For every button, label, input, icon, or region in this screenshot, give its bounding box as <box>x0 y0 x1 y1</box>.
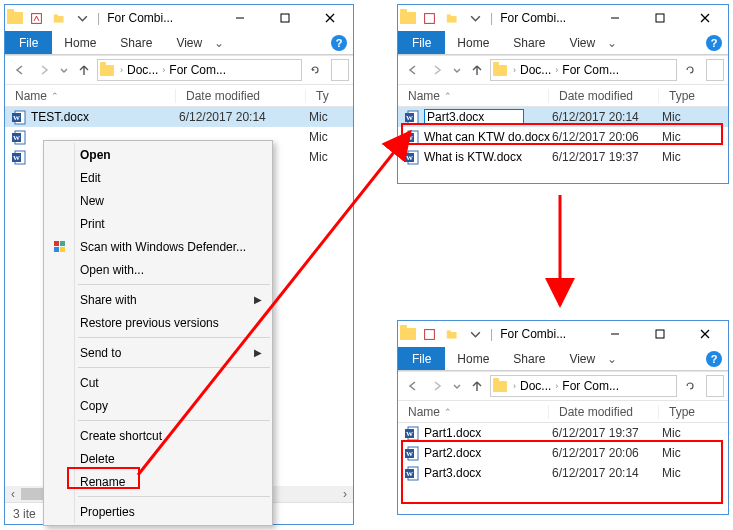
refresh-button[interactable] <box>304 59 326 81</box>
minimize-button[interactable] <box>219 5 261 31</box>
col-name[interactable]: Name⌃ <box>398 89 548 103</box>
tab-share[interactable]: Share <box>108 31 164 54</box>
scroll-right-icon[interactable]: › <box>337 486 353 502</box>
tab-view[interactable]: View <box>557 347 607 370</box>
col-type[interactable]: Type <box>658 405 728 419</box>
address-bar[interactable]: › Doc... › For Com... <box>490 375 677 397</box>
qat-dropdown-icon[interactable] <box>465 324 485 344</box>
file-row[interactable]: What can KTW do.docx 6/12/2017 20:06 Mic <box>398 127 728 147</box>
help-icon[interactable]: ? <box>706 35 722 51</box>
breadcrumb-seg[interactable]: Doc... <box>520 379 551 393</box>
qat-dropdown-icon[interactable] <box>465 8 485 28</box>
breadcrumb-seg[interactable]: Doc... <box>127 63 158 77</box>
forward-button[interactable] <box>33 59 55 81</box>
col-date[interactable]: Date modified <box>175 89 305 103</box>
address-bar[interactable]: › Doc... › For Com... <box>97 59 302 81</box>
tab-home[interactable]: Home <box>52 31 108 54</box>
tab-home[interactable]: Home <box>445 347 501 370</box>
ctx-print[interactable]: Print <box>44 212 272 235</box>
help-icon[interactable]: ? <box>331 35 347 51</box>
col-name[interactable]: Name⌃ <box>5 89 175 103</box>
tab-home[interactable]: Home <box>445 31 501 54</box>
ctx-copy[interactable]: Copy <box>44 394 272 417</box>
ctx-restore[interactable]: Restore previous versions <box>44 311 272 334</box>
ctx-createshortcut[interactable]: Create shortcut <box>44 424 272 447</box>
close-button[interactable] <box>309 5 351 31</box>
qat-properties-icon[interactable] <box>419 8 439 28</box>
col-name[interactable]: Name⌃ <box>398 405 548 419</box>
ctx-open[interactable]: Open <box>44 143 272 166</box>
file-row[interactable]: Part3.docx 6/12/2017 20:14 Mic <box>398 463 728 483</box>
close-button[interactable] <box>684 321 726 347</box>
rename-input[interactable] <box>424 109 524 125</box>
back-button[interactable] <box>402 375 424 397</box>
ctx-cut[interactable]: Cut <box>44 371 272 394</box>
breadcrumb-seg[interactable]: For Com... <box>169 63 226 77</box>
forward-button[interactable] <box>426 59 448 81</box>
refresh-button[interactable] <box>679 59 701 81</box>
ctx-openwith[interactable]: Open with... <box>44 258 272 281</box>
minimize-button[interactable] <box>594 5 636 31</box>
tab-file[interactable]: File <box>398 347 445 370</box>
up-button[interactable] <box>466 59 488 81</box>
file-row[interactable]: What is KTW.docx 6/12/2017 19:37 Mic <box>398 147 728 167</box>
search-input[interactable] <box>331 59 349 81</box>
ctx-properties[interactable]: Properties <box>44 500 272 523</box>
tab-view[interactable]: View <box>164 31 214 54</box>
chevron-down-icon[interactable]: ⌄ <box>214 36 224 50</box>
qat-newfolder-icon[interactable] <box>442 8 462 28</box>
qat-properties-icon[interactable] <box>26 8 46 28</box>
titlebar[interactable]: | For Combi... <box>398 321 728 347</box>
tab-share[interactable]: Share <box>501 347 557 370</box>
qat-properties-icon[interactable] <box>419 324 439 344</box>
ctx-rename[interactable]: Rename <box>44 470 272 493</box>
titlebar[interactable]: | For Combi... <box>5 5 353 31</box>
ctx-edit[interactable]: Edit <box>44 166 272 189</box>
back-button[interactable] <box>402 59 424 81</box>
tab-share[interactable]: Share <box>501 31 557 54</box>
qat-newfolder-icon[interactable] <box>442 324 462 344</box>
search-input[interactable] <box>706 375 724 397</box>
file-row[interactable]: TEST.docx 6/12/2017 20:14 Mic <box>5 107 353 127</box>
breadcrumb-seg[interactable]: For Com... <box>562 63 619 77</box>
file-row[interactable]: 6/12/2017 20:14 Mic <box>398 107 728 127</box>
up-button[interactable] <box>73 59 95 81</box>
minimize-button[interactable] <box>594 321 636 347</box>
file-row[interactable]: Part2.docx 6/12/2017 20:06 Mic <box>398 443 728 463</box>
up-button[interactable] <box>466 375 488 397</box>
col-type[interactable]: Type <box>658 89 728 103</box>
ctx-new[interactable]: New <box>44 189 272 212</box>
breadcrumb-seg[interactable]: Doc... <box>520 63 551 77</box>
ctx-sendto[interactable]: Send to▶ <box>44 341 272 364</box>
maximize-button[interactable] <box>639 5 681 31</box>
chevron-down-icon[interactable]: ⌄ <box>607 36 617 50</box>
tab-view[interactable]: View <box>557 31 607 54</box>
address-bar[interactable]: › Doc... › For Com... <box>490 59 677 81</box>
recent-dropdown-icon[interactable] <box>450 375 464 397</box>
col-date[interactable]: Date modified <box>548 405 658 419</box>
chevron-down-icon[interactable]: ⌄ <box>607 352 617 366</box>
refresh-button[interactable] <box>679 375 701 397</box>
qat-newfolder-icon[interactable] <box>49 8 69 28</box>
back-button[interactable] <box>9 59 31 81</box>
tab-file[interactable]: File <box>5 31 52 54</box>
forward-button[interactable] <box>426 375 448 397</box>
help-icon[interactable]: ? <box>706 351 722 367</box>
ctx-sharewith[interactable]: Share with▶ <box>44 288 272 311</box>
col-date[interactable]: Date modified <box>548 89 658 103</box>
tab-file[interactable]: File <box>398 31 445 54</box>
qat-dropdown-icon[interactable] <box>72 8 92 28</box>
ctx-defender[interactable]: Scan with Windows Defender... <box>44 235 272 258</box>
file-row[interactable]: Part1.docx 6/12/2017 19:37 Mic <box>398 423 728 443</box>
col-type[interactable]: Ty <box>305 89 353 103</box>
recent-dropdown-icon[interactable] <box>450 59 464 81</box>
maximize-button[interactable] <box>264 5 306 31</box>
close-button[interactable] <box>684 5 726 31</box>
scroll-left-icon[interactable]: ‹ <box>5 486 21 502</box>
ctx-delete[interactable]: Delete <box>44 447 272 470</box>
breadcrumb-seg[interactable]: For Com... <box>562 379 619 393</box>
titlebar[interactable]: | For Combi... <box>398 5 728 31</box>
search-input[interactable] <box>706 59 724 81</box>
recent-dropdown-icon[interactable] <box>57 59 71 81</box>
maximize-button[interactable] <box>639 321 681 347</box>
